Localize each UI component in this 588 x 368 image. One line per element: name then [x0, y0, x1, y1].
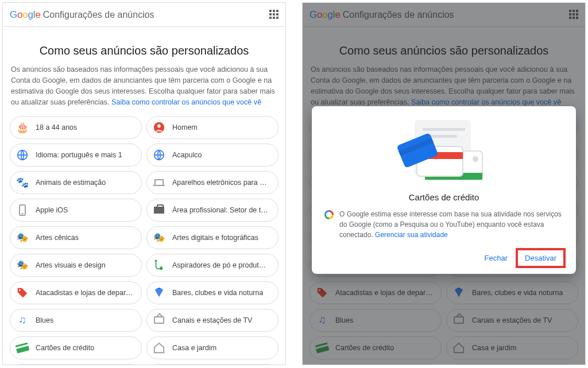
chip-label: Animais de estimação — [36, 179, 106, 187]
home-icon — [153, 342, 165, 354]
theater-masks-icon: 🎭 — [17, 259, 28, 270]
dialog-title: Cartões de crédito — [324, 192, 563, 202]
svg-point-24 — [473, 156, 478, 162]
chip-label: Bares, clubes e vida noturna — [172, 289, 263, 297]
chip-label: Acapulco — [172, 151, 202, 159]
appbar-title: Configurações de anúncios — [43, 10, 154, 20]
factor-chip[interactable]: Homem — [146, 116, 278, 139]
briefcase-icon — [154, 207, 164, 214]
dialog-info-row: O Google estima esse interesse com base … — [324, 209, 563, 240]
dialog-actions: Fechar Desativar — [324, 250, 563, 266]
factor-chip[interactable]: Acapulco — [146, 144, 278, 166]
chip-icon: ♫ — [16, 314, 29, 327]
chip-label: Artes digitais e fotográficas — [172, 234, 258, 242]
theater-masks-icon: 🎭 — [17, 232, 28, 243]
chip-icon — [16, 286, 29, 299]
factor-chip[interactable]: Apple iOS — [10, 199, 142, 222]
factor-chip[interactable]: 🎭Artes digitais e fotográficas — [146, 226, 278, 249]
factor-chip[interactable]: Casa e jardim — [146, 336, 278, 359]
disable-button[interactable]: Desativar — [518, 250, 563, 266]
factor-chip[interactable]: Atacadistas e lojas de departament... — [10, 281, 142, 304]
chip-icon — [153, 176, 165, 189]
chip-icon — [16, 149, 29, 161]
vacuum-icon — [153, 259, 165, 272]
chip-label: Canais e estações de TV — [172, 316, 252, 324]
content: Como seus anúncios são personalizados Os… — [3, 27, 285, 365]
person-icon — [153, 122, 165, 133]
phone-icon — [19, 204, 26, 216]
svg-point-6 — [19, 289, 21, 291]
dialog-illustration — [324, 117, 563, 185]
chip-label: Cartões de crédito — [36, 344, 94, 352]
chip-icon: 🎭 — [16, 259, 29, 272]
factor-chip[interactable]: Cartões de crédito — [10, 336, 142, 359]
factor-chip[interactable]: 🎂18 a 44 anos — [10, 116, 142, 139]
chip-label: Apple iOS — [36, 206, 68, 214]
chip-icon — [153, 342, 165, 354]
chip-label: Aparelhos eletrônicos para consum... — [172, 179, 270, 187]
chip-icon — [153, 149, 165, 161]
chip-label: Idioma: português e mais 1 — [36, 151, 122, 159]
factor-chip[interactable]: Bares, clubes e vida noturna — [146, 281, 278, 304]
google-logo: Google — [10, 9, 41, 21]
chip-label: Casa e jardim — [172, 344, 216, 352]
svg-rect-20 — [423, 128, 465, 131]
page-title: Como seus anúncios são personalizados — [9, 44, 280, 57]
factor-chip[interactable]: Celulares — [10, 364, 142, 365]
chip-icon: 🎂 — [16, 121, 29, 134]
factors-grid: 🎂18 a 44 anosHomemIdioma: português e ma… — [9, 116, 280, 365]
laptop-icon — [153, 179, 165, 186]
svg-rect-5 — [155, 259, 157, 261]
left-panel: Google Configurações de anúncios Como se… — [2, 2, 286, 365]
right-panel: Google Configurações de anúncios Como se… — [302, 2, 586, 365]
dialog-info-text: O Google estima esse interesse com base … — [339, 209, 563, 240]
learn-more-link[interactable]: Saiba como controlar os anúncios que voc… — [111, 98, 261, 106]
factor-chip[interactable]: ♫Blues — [10, 309, 142, 332]
factor-chip[interactable]: Aspiradores de pó e produtos para ... — [146, 254, 278, 277]
chip-label: Área profissional: Setor de tecnolo... — [172, 206, 270, 214]
factor-chip[interactable]: 🎭Artes visuais e design — [10, 254, 142, 277]
chip-icon: 🎭 — [16, 231, 29, 244]
svg-point-1 — [157, 124, 161, 127]
chip-label: Blues — [36, 316, 53, 324]
close-button[interactable]: Fechar — [478, 250, 514, 266]
chip-label: Artes visuais e design — [36, 261, 106, 269]
music-note-icon: ♫ — [18, 314, 26, 326]
factor-chip[interactable]: Aparelhos eletrônicos para consum... — [146, 171, 278, 194]
chip-icon — [153, 259, 165, 272]
chip-icon — [153, 204, 165, 216]
chip-icon: 🎭 — [153, 231, 165, 244]
chip-label: Homem — [172, 123, 198, 131]
factor-chip[interactable]: 🎭Artes cênicas — [10, 226, 142, 249]
chip-icon — [153, 314, 165, 327]
factor-chip[interactable]: Idioma: português e mais 1 — [10, 144, 142, 166]
diamond-icon — [153, 286, 165, 299]
appbar: Google Configurações de anúncios — [3, 3, 285, 27]
factor-chip[interactable]: Canais e estações de TV — [146, 309, 278, 332]
cake-icon: 🎂 — [16, 121, 29, 134]
chip-label: Atacadistas e lojas de departament... — [36, 289, 133, 297]
factor-chip[interactable]: 🐾Animais de estimação — [10, 171, 142, 194]
chip-label: 18 a 44 anos — [36, 123, 77, 131]
chip-icon — [153, 121, 165, 134]
chip-icon — [16, 204, 29, 216]
tv-icon — [154, 316, 164, 324]
chip-label: Aspiradores de pó e produtos para ... — [172, 261, 270, 269]
chip-label: Artes cênicas — [36, 234, 79, 242]
apps-menu-icon[interactable] — [269, 10, 280, 20]
google-g-icon — [324, 210, 334, 219]
theater-masks-icon: 🎭 — [153, 232, 165, 243]
page-description: Os anúncios são baseados nas informações… — [9, 64, 280, 108]
manage-activity-link[interactable]: Gerenciar sua atividade — [375, 231, 448, 239]
chip-icon — [153, 286, 165, 299]
factor-chip[interactable]: Área profissional: Setor de tecnolo... — [146, 199, 278, 222]
globe-icon — [153, 149, 165, 161]
credit-card-icon — [16, 342, 30, 353]
factor-dialog: Cartões de crédito O Google estima esse … — [312, 106, 576, 274]
chip-icon: 🐾 — [16, 176, 29, 189]
paw-icon: 🐾 — [16, 176, 29, 189]
chip-icon — [16, 342, 29, 354]
svg-point-4 — [160, 266, 163, 270]
globe-icon — [16, 149, 29, 161]
factor-chip[interactable]: Cinema — [146, 364, 278, 365]
